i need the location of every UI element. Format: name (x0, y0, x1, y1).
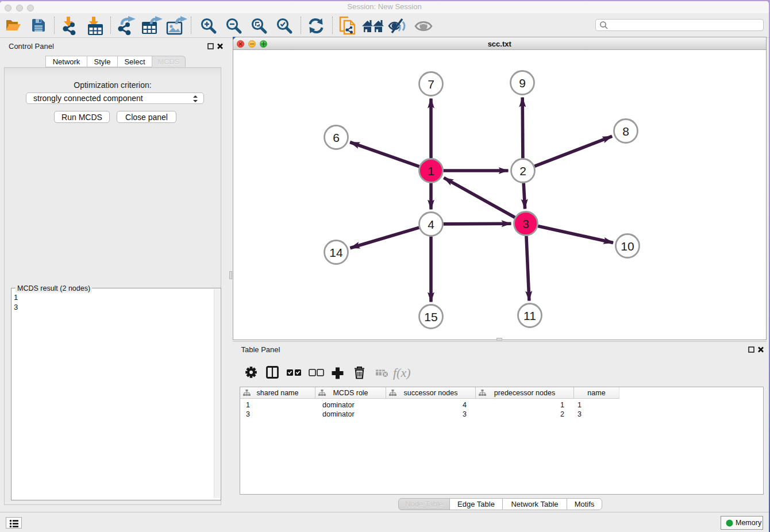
svg-text:8: 8 (622, 125, 629, 138)
svg-text:f(x): f(x) (393, 365, 411, 380)
svg-text:7: 7 (428, 78, 434, 91)
svg-text:6: 6 (333, 131, 340, 144)
svg-text:1: 1 (428, 164, 434, 178)
svg-text:14: 14 (329, 246, 343, 259)
svg-text:11: 11 (523, 309, 536, 322)
svg-text:3: 3 (522, 217, 529, 230)
svg-text:4: 4 (428, 218, 434, 231)
svg-text:15: 15 (424, 310, 437, 323)
svg-text:10: 10 (621, 240, 634, 253)
svg-text:2: 2 (519, 164, 526, 178)
svg-text:9: 9 (519, 76, 526, 90)
